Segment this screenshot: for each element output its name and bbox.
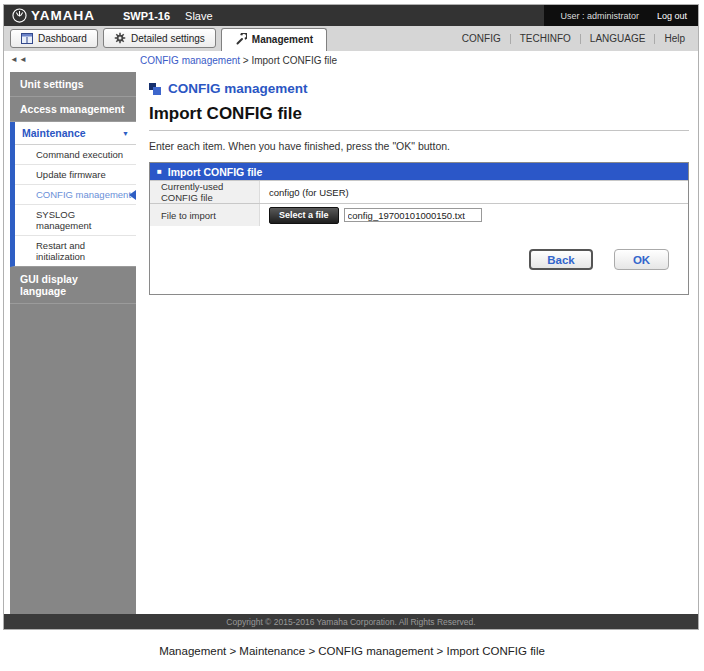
- sidebar-item-config-management-label: CONFIG management: [36, 189, 131, 200]
- user-info: User : administrator: [560, 11, 639, 21]
- square-bullet-icon: ■: [157, 168, 162, 176]
- sidebar-item-maintenance-label: Maintenance: [22, 127, 86, 139]
- panel-title: Import CONFIG file: [168, 166, 263, 178]
- tab-management[interactable]: Management: [221, 28, 327, 51]
- breadcrumb-link-config-management[interactable]: CONFIG management: [140, 55, 240, 66]
- select-file-button[interactable]: Select a file: [269, 207, 339, 224]
- sidebar: Unit settings Access management Maintena…: [10, 72, 136, 614]
- dashboard-icon: [21, 33, 33, 44]
- sidebar-item-maintenance[interactable]: Maintenance ▼: [15, 122, 136, 145]
- sidebar-collapse-button[interactable]: ◄◄: [10, 55, 28, 64]
- breadcrumb-separator: >: [240, 55, 251, 66]
- divider: [149, 130, 689, 131]
- sidebar-section-maintenance: Maintenance ▼ Command execution Update f…: [10, 122, 136, 267]
- tab-dashboard-label: Dashboard: [38, 33, 87, 44]
- link-config[interactable]: CONFIG: [453, 33, 510, 44]
- sidebar-item-syslog-management[interactable]: SYSLOG management: [15, 205, 136, 236]
- logout-link[interactable]: Log out: [657, 11, 687, 21]
- selected-item-arrow-icon: [129, 190, 136, 200]
- row-value-current-config: config0 (for USER): [260, 181, 688, 203]
- gear-icon: [114, 32, 126, 44]
- row-label-current-config: Currently-used CONFIG file: [150, 181, 260, 203]
- sidebar-item-unit-settings[interactable]: Unit settings: [10, 72, 136, 97]
- user-block: User : administrator Log out: [544, 5, 698, 26]
- link-techinfo[interactable]: TECHINFO: [511, 33, 580, 44]
- yamaha-logo-icon: [12, 8, 27, 23]
- sidebar-item-restart-initialization[interactable]: Restart and initialization: [15, 236, 136, 266]
- chevron-down-icon: ▼: [122, 130, 129, 137]
- table-row: File to import Select a file: [150, 203, 688, 226]
- page-title: Import CONFIG file: [149, 104, 689, 124]
- sidebar-item-update-firmware[interactable]: Update firmware: [15, 165, 136, 185]
- import-config-panel: ■ Import CONFIG file Currently-used CONF…: [149, 162, 689, 295]
- sidebar-item-gui-display-language[interactable]: GUI display language: [10, 267, 136, 304]
- ok-button[interactable]: OK: [614, 249, 669, 270]
- row-value-file-to-import: Select a file: [260, 204, 688, 226]
- action-buttons: Back OK: [529, 249, 669, 270]
- top-links: CONFIG TECHINFO LANGUAGE Help: [453, 33, 694, 44]
- copyright-text: Copyright © 2015-2016 Yamaha Corporation…: [226, 617, 475, 627]
- wrench-icon: [235, 33, 247, 45]
- tab-detailed-settings-label: Detailed settings: [131, 33, 205, 44]
- device-mode: Slave: [185, 10, 213, 22]
- device-model: SWP1-16: [123, 10, 170, 22]
- breadcrumb-current: Import CONFIG file: [251, 55, 337, 66]
- tab-detailed-settings[interactable]: Detailed settings: [103, 28, 216, 48]
- panel-header: ■ Import CONFIG file: [150, 163, 688, 180]
- instruction-text: Enter each item. When you have finished,…: [149, 140, 689, 152]
- sidebar-item-command-execution[interactable]: Command execution: [15, 145, 136, 165]
- section-title: CONFIG management: [168, 81, 308, 96]
- main-panel: CONFIG management Import CONFIG file Ent…: [149, 81, 689, 295]
- tab-management-label: Management: [252, 34, 313, 45]
- brand-name: YAMAHA: [31, 8, 95, 23]
- filename-input[interactable]: [344, 208, 482, 222]
- app-window: YAMAHA SWP1-16 Slave User : administrato…: [3, 4, 699, 630]
- link-language[interactable]: LANGUAGE: [581, 33, 655, 44]
- table-row: Currently-used CONFIG file config0 (for …: [150, 180, 688, 203]
- sidebar-item-config-management[interactable]: CONFIG management: [15, 185, 136, 205]
- link-help[interactable]: Help: [655, 33, 694, 44]
- top-bar: YAMAHA SWP1-16 Slave User : administrato…: [4, 5, 698, 26]
- sidebar-item-access-management[interactable]: Access management: [10, 97, 136, 122]
- breadcrumb: CONFIG management > Import CONFIG file: [140, 55, 337, 66]
- content-area: ◄◄ CONFIG management > Import CONFIG fil…: [4, 51, 698, 614]
- footer: Copyright © 2015-2016 Yamaha Corporation…: [4, 614, 698, 629]
- tab-dashboard[interactable]: Dashboard: [10, 29, 98, 48]
- brand: YAMAHA: [12, 8, 95, 23]
- section-header: CONFIG management: [149, 81, 689, 96]
- row-label-file-to-import: File to import: [150, 204, 260, 226]
- overlapping-squares-icon: [149, 83, 161, 95]
- back-button[interactable]: Back: [529, 249, 593, 270]
- screenshot-caption: Management > Maintenance > CONFIG manage…: [0, 645, 704, 657]
- tab-bar: Dashboard Detailed settings Management: [4, 26, 698, 51]
